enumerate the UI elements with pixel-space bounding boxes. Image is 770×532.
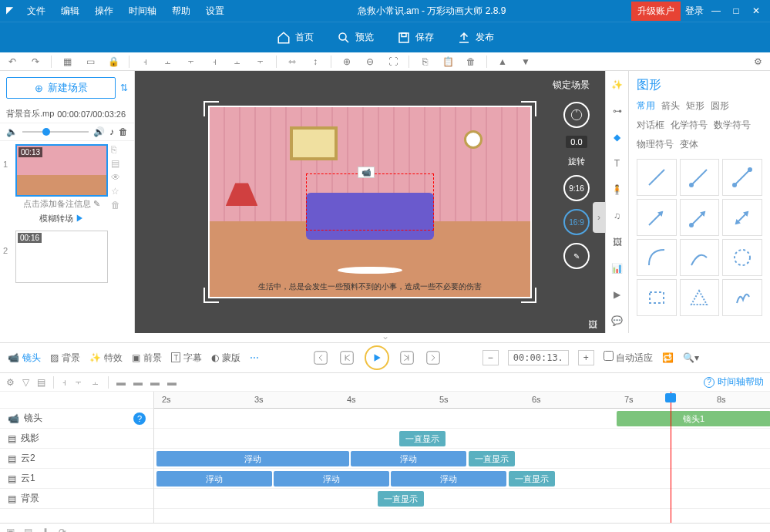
clip-camera[interactable]: 镜头1 <box>617 411 770 426</box>
character-icon[interactable]: 🧍 <box>610 182 625 197</box>
home-button[interactable]: 首页 <box>277 31 314 45</box>
bs-icon-5[interactable]: ▬ <box>76 527 85 533</box>
align-middle-v-icon[interactable]: ⫠ <box>230 54 245 69</box>
clip-float[interactable]: 浮动 <box>156 471 272 487</box>
fit-icon[interactable]: ⛶ <box>385 54 401 69</box>
tl-align3-icon[interactable]: ⫠ <box>91 377 100 388</box>
tab-foreground[interactable]: ▣ 前景 <box>132 352 162 365</box>
bs-icon-2[interactable]: ▤ <box>24 527 32 533</box>
time-minus-button[interactable]: − <box>483 350 499 365</box>
shape-arrow-double[interactable] <box>722 199 762 236</box>
scene-thumbnail[interactable]: 00:13 <box>15 144 108 197</box>
publish-button[interactable]: 发布 <box>457 31 494 45</box>
tab-arrow[interactable]: 箭头 <box>661 99 680 113</box>
next-button[interactable] <box>398 349 415 366</box>
tab-circle[interactable]: 圆形 <box>711 99 729 113</box>
help-icon[interactable]: ? <box>133 412 146 425</box>
tab-background[interactable]: ▨ 背景 <box>50 352 80 365</box>
timeline-help-link[interactable]: ? 时间轴帮助 <box>704 375 764 389</box>
scene-item[interactable]: 1 00:13 点击添加备注信息 ✎ 模糊转场 ▶ ⎘ ▤ 👁 <box>3 144 131 226</box>
minimize-icon[interactable]: — <box>708 5 724 16</box>
send-back-icon[interactable]: ▼ <box>518 54 533 69</box>
bs-icon-4[interactable]: ⟳ <box>59 527 66 533</box>
connector-icon[interactable]: ⊶ <box>610 103 625 119</box>
clip-float[interactable]: 浮动 <box>351 451 466 466</box>
track-label-bg[interactable]: ▤ 背景 <box>0 489 153 509</box>
paste-icon[interactable]: 📋 <box>440 54 456 69</box>
shape-arrow-dot[interactable] <box>680 199 720 236</box>
scene-transition[interactable]: 模糊转场 ▶ <box>15 211 108 226</box>
new-scene-button[interactable]: ⊕ 新建场景 <box>6 77 116 99</box>
gear-icon[interactable]: ⚙ <box>750 54 765 69</box>
clip-float[interactable]: 浮动 <box>391 471 506 487</box>
shapes-icon[interactable]: ◆ <box>610 130 625 145</box>
track-label-cloud2[interactable]: ▤ 云2 <box>0 449 153 469</box>
shape-curve[interactable] <box>680 239 720 276</box>
undo-icon[interactable]: ↶ <box>5 54 20 69</box>
image-icon[interactable]: 🖼 <box>610 234 625 250</box>
camera-frame-marker[interactable]: 📹 <box>306 173 434 231</box>
scene-star-icon[interactable]: ☆ <box>111 186 120 197</box>
delete-icon[interactable]: 🗑 <box>463 54 479 69</box>
timecode[interactable]: 00:00:13. <box>508 350 569 365</box>
playhead[interactable] <box>671 392 671 523</box>
track-cloud2[interactable]: 浮动 浮动 一直显示 <box>154 449 770 469</box>
menu-settings[interactable]: 设置 <box>198 0 232 22</box>
upgrade-button[interactable]: 升级账户 <box>631 2 681 21</box>
track-label-cloud1[interactable]: ▤ 云1 <box>0 469 153 489</box>
shape-triangle[interactable] <box>680 279 720 316</box>
bs-icon-1[interactable]: ▣ <box>6 527 15 533</box>
clip-always[interactable]: 一直显示 <box>378 491 424 507</box>
canvas-stage[interactable]: 📹 生活中，总是会发生一些预料不到的小事，造成一些不必要的伤害 <box>208 106 532 298</box>
callout-icon[interactable]: 💬 <box>610 313 625 328</box>
zoom-out-icon[interactable]: ⊖ <box>362 54 378 69</box>
sort-icon[interactable]: ⇅ <box>120 82 128 93</box>
tab-effects[interactable]: ✨ 特效 <box>89 352 123 365</box>
tab-chem[interactable]: 化学符号 <box>671 119 708 132</box>
tab-rect[interactable]: 矩形 <box>686 99 704 113</box>
scene-caption[interactable]: 点击添加备注信息 ✎ <box>15 197 108 211</box>
scene-template-icon[interactable]: ▤ <box>111 158 120 169</box>
tl-align2-icon[interactable]: ⫟ <box>74 377 83 388</box>
menu-file[interactable]: 文件 <box>19 0 53 22</box>
rotate-dial[interactable] <box>563 102 590 128</box>
thumbnail-preview-icon[interactable]: 🖼 <box>588 319 597 330</box>
track-camera[interactable]: 镜头1 <box>154 409 770 429</box>
music-loop-icon[interactable]: ♪ <box>109 126 114 137</box>
lock-scene-label[interactable]: 锁定场景 <box>553 79 590 92</box>
edit-icon[interactable]: ✎ <box>93 199 100 208</box>
bring-front-icon[interactable]: ▲ <box>495 54 510 69</box>
distribute-h-icon[interactable]: ⇿ <box>284 54 300 69</box>
magic-wand-icon[interactable]: ✨ <box>610 77 625 93</box>
track-cloud1[interactable]: 浮动 浮动 浮动 一直显示 <box>154 469 770 489</box>
collapse-right-icon[interactable]: › <box>593 202 605 233</box>
tab-dialog[interactable]: 对话框 <box>637 119 664 132</box>
canvas-area[interactable]: 锁定场景 📹 生活中，总是会发生一些预料不到的小事，造成一些不必要的伤害 0.0… <box>135 71 605 333</box>
login-button[interactable]: 登录 <box>685 5 704 18</box>
align-bottom-icon[interactable]: ⫟ <box>253 54 268 69</box>
tab-camera[interactable]: 📹 镜头 <box>8 352 41 365</box>
prev-frame-button[interactable] <box>312 349 329 366</box>
shape-arc[interactable] <box>637 239 677 276</box>
time-plus-button[interactable]: + <box>578 350 594 365</box>
aspect-16-9-button[interactable]: 16:9 <box>563 209 590 235</box>
distribute-v-icon[interactable]: ↕ <box>308 54 323 69</box>
scene-preview-icon[interactable]: 👁 <box>111 172 120 183</box>
shape-scribble[interactable] <box>722 279 762 316</box>
shape-dashed-rect[interactable] <box>637 279 677 316</box>
menu-action[interactable]: 操作 <box>87 0 121 22</box>
shape-line[interactable] <box>637 159 677 196</box>
scene-delete-icon[interactable]: 🗑 <box>111 200 120 210</box>
track-label-shadow[interactable]: ▤ 残影 <box>0 429 153 449</box>
tl-align1-icon[interactable]: ⫞ <box>62 377 66 388</box>
music-delete-icon[interactable]: 🗑 <box>119 126 128 137</box>
align-center-h-icon[interactable]: ⫠ <box>160 54 176 69</box>
scene-copy-icon[interactable]: ⎘ <box>111 144 120 155</box>
play-button[interactable] <box>365 345 389 370</box>
tl-filter-icon[interactable]: ▽ <box>22 377 29 388</box>
collapse-down-icon[interactable]: ⌄ <box>0 333 770 342</box>
chart-icon[interactable]: 📊 <box>610 261 625 276</box>
save-button[interactable]: 保存 <box>397 31 434 45</box>
video-icon[interactable]: ▶ <box>610 287 625 302</box>
align-left-icon[interactable]: ⫞ <box>137 54 153 69</box>
